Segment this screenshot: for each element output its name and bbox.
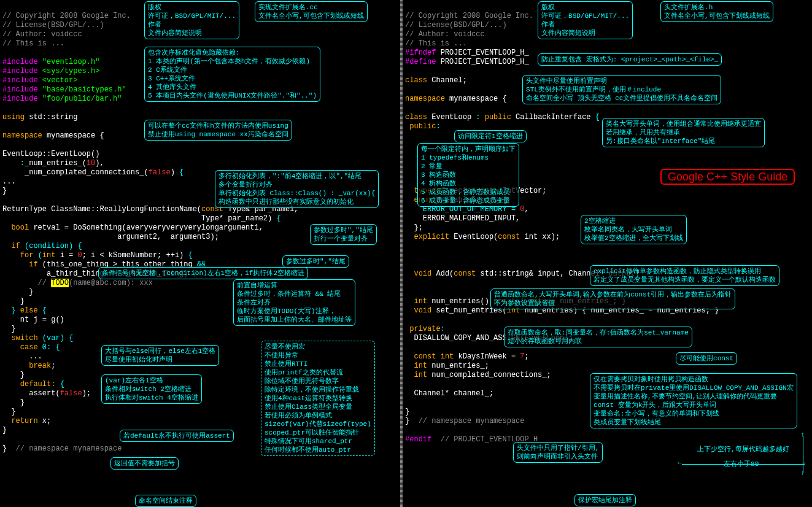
fn: Add( xyxy=(431,269,454,278)
assert: assert( xyxy=(2,389,60,398)
note-pub: 访问限定符1空格缩进 xyxy=(454,130,527,142)
brace: } xyxy=(2,371,25,379)
note-header: 版权 许可证，BSD/GPL/MIT/... 作者 文件内容简短说明 xyxy=(538,1,633,39)
num: 7 xyxy=(520,352,524,361)
include-kw: #include xyxy=(2,95,38,103)
class-kw: class xyxy=(405,76,427,85)
brace: } xyxy=(2,398,25,407)
include-kw: #include xyxy=(2,58,38,66)
const-kw: const xyxy=(454,269,476,278)
arrow-right-icon: → xyxy=(802,459,806,466)
brace: { xyxy=(42,306,47,315)
include-val: <sys/types.h> xyxy=(42,67,100,75)
dots: ... xyxy=(2,177,16,186)
note-endif: 保护宏结尾加注释 xyxy=(574,494,636,506)
arrow-up-icon: ↑ xyxy=(800,431,805,438)
note-for: 前置自增运算 条件过多时，条件运算符 && 结尾 条件左对齐 临时方案使用TOD… xyxy=(233,279,355,326)
author: // Author: voidccc xyxy=(2,30,82,39)
cc-file-panel: // Copyright 2008 Google Inc. // License… xyxy=(0,0,400,507)
h-file-panel: // Copyright 2008 Google Inc. // License… xyxy=(403,0,812,507)
fn-param: Type* par_name2) xyxy=(2,214,272,223)
license: // License(BSD/GPL/...) xyxy=(2,21,104,29)
private-kw: private xyxy=(409,325,440,333)
note-tips: 尽量不使用宏 不使用异常 禁止使用RTTI 使用printf之类的代替流 除位域… xyxy=(261,341,375,456)
default-kw: default: xyxy=(20,380,56,389)
bool: false xyxy=(149,168,171,177)
brace: { xyxy=(77,242,82,250)
include-kw: #include xyxy=(2,67,38,75)
brace: { xyxy=(69,334,73,343)
case-kw: case xyxy=(20,343,38,352)
bool-kw: bool xyxy=(11,223,29,232)
punct: ), xyxy=(95,159,104,168)
return-kw: return xyxy=(11,417,37,425)
include-val: "foo/public/bar.h" xyxy=(42,95,122,103)
endif-kw: #endif xyxy=(405,435,431,444)
copyright: // Copyright 2008 Google Inc. xyxy=(405,12,533,20)
title-box: Google C++ Style Guide xyxy=(660,169,795,185)
stmt: i = xyxy=(55,251,77,260)
if-kw: if xyxy=(29,260,37,269)
note-header: 版权 许可证，BSD/GPL/MIT/... 作者 文件内容简短说明 xyxy=(144,1,239,39)
num: 0 xyxy=(520,205,524,214)
using-kw: using xyxy=(2,113,25,122)
init: _num_complated_connections_( xyxy=(2,168,149,177)
break-kw: break xyxy=(29,362,51,370)
ns-kw: namespace xyxy=(405,95,445,103)
note-assert: 若default永不执行可使用assert xyxy=(120,430,234,442)
ctor: int xx); xyxy=(520,233,560,241)
punct: ) xyxy=(171,168,175,177)
colon: : xyxy=(441,325,445,333)
comment: // namespace mynamespace xyxy=(16,444,122,453)
note-accessor: 存取函数命名，取:同变量名，存:值函数名为set_varname 短小的存取函数… xyxy=(504,327,692,347)
note-chan: 头文件中只用了指针/引用, 则前向声明而非引入头文件 xyxy=(513,442,603,463)
const-kw: const xyxy=(498,233,520,241)
note-else: 大括号与else同行，else左右1空格 尽量使用初始化时声明 xyxy=(101,345,219,366)
classname: EventLoop xyxy=(427,113,476,122)
colon: : xyxy=(436,122,440,131)
comment: (name@abc.com): xxx xyxy=(69,279,153,287)
brace: { xyxy=(188,251,193,260)
include-val: "eventloop.h" xyxy=(42,58,100,66)
num: 0 xyxy=(77,251,82,260)
copyright: // Copyright 2008 Google Inc. xyxy=(2,12,131,20)
member: num_entries_; xyxy=(427,362,489,370)
note-forward: 头文件中尽量使用前置声明 STL类例外不使用前置声明，使用＃include 命名… xyxy=(522,75,721,104)
init: _num_entries_( xyxy=(25,159,87,168)
stmt: nt j = g() xyxy=(2,315,64,324)
define-kw: #define xyxy=(405,58,436,66)
note-ext: 头文件扩展名.h 文件名全小写,可包含下划线或短线 xyxy=(660,1,773,22)
brace: } xyxy=(405,408,409,416)
int-kw: int xyxy=(414,371,427,379)
todo-kw: TODO xyxy=(51,279,69,287)
ctor: EventLoop::EventLoop() xyxy=(2,150,99,158)
note-switch: (var)左右各1空格 条件相对switch 2空格缩进 执行体相对switch… xyxy=(101,374,202,404)
comment: // xyxy=(2,279,51,287)
baseclass: CallbackInterface xyxy=(511,113,595,122)
cond: (condition) xyxy=(25,242,73,250)
punct: ); xyxy=(82,389,91,398)
int-kw: int xyxy=(414,297,427,306)
retval: x; xyxy=(38,417,52,425)
brace: } xyxy=(2,426,7,435)
note-return: 返回值不需要加括号 xyxy=(110,457,179,470)
brace: { xyxy=(60,380,64,389)
ifndef-kw: #ifndef xyxy=(405,48,436,57)
public-kw: public xyxy=(409,122,436,131)
stmt: ; i < kSomeNumber; ++i) xyxy=(82,251,184,260)
note-fn1: 参数过多时","结尾 折行一个变量对齐 xyxy=(310,224,377,245)
note-includes: 包含次序标准化避免隐藏依赖: 1 本类的声明(第一个包含本类h文件，有效减少依赖… xyxy=(144,47,320,102)
explicit-kw: explicit xyxy=(414,233,449,241)
arrow-left-icon: ← xyxy=(678,459,682,466)
int-kw: int xyxy=(42,251,56,260)
brace: } xyxy=(405,417,419,425)
init-colon: : xyxy=(2,159,25,168)
fn-decl: ReturnType ClassName::ReallyLongFunction… xyxy=(2,205,201,214)
else-kw: else xyxy=(20,306,38,315)
fn: num_entries() xyxy=(427,297,493,306)
brace: } xyxy=(2,187,7,195)
switch-kw: switch xyxy=(11,334,37,343)
void-kw: void xyxy=(414,269,431,278)
ctor: EventLoop( xyxy=(449,233,498,241)
paren: ( xyxy=(38,251,42,260)
